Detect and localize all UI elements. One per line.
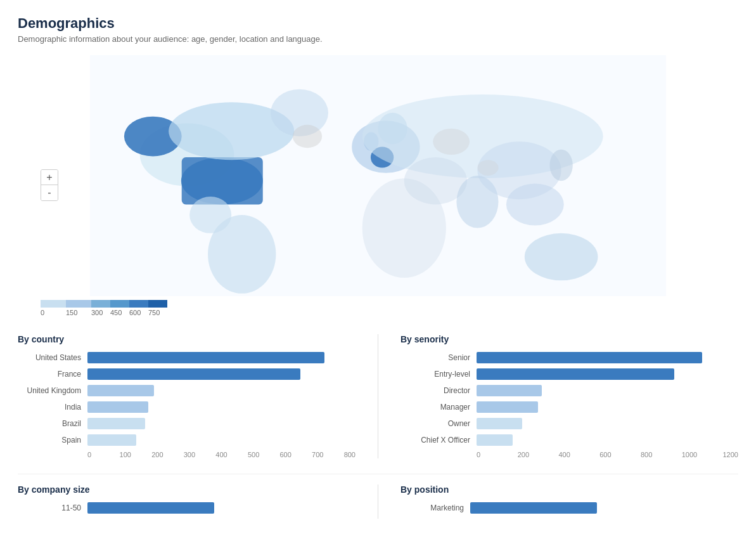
bar-row: India bbox=[18, 401, 356, 413]
axis-label: 1200 bbox=[723, 451, 738, 458]
bar-row: France bbox=[18, 368, 356, 380]
legend-label-300: 300 bbox=[91, 309, 110, 316]
by-company-size-title: By company size bbox=[18, 484, 356, 495]
by-position-panel: By position Marketing bbox=[400, 484, 738, 519]
bar-fill bbox=[477, 418, 522, 429]
bar-fill bbox=[87, 385, 154, 396]
bar-row: Senior bbox=[400, 352, 738, 363]
legend-seg-4 bbox=[110, 300, 129, 308]
axis-label: 400 bbox=[559, 451, 600, 458]
by-country-panel: By country United StatesFranceUnited Kin… bbox=[18, 334, 356, 458]
legend-seg-3 bbox=[91, 300, 110, 308]
by-position-chart: Marketing bbox=[400, 502, 738, 514]
bar-fill bbox=[477, 401, 538, 413]
axis-label: 200 bbox=[151, 451, 184, 458]
bar-track bbox=[477, 401, 738, 413]
bar-label: Entry-level bbox=[400, 370, 477, 379]
bar-fill bbox=[477, 352, 702, 363]
axis-row: 020040060080010001200 bbox=[400, 451, 738, 458]
bar-fill bbox=[87, 502, 214, 514]
bar-row: Manager bbox=[400, 401, 738, 413]
bar-row: Spain bbox=[18, 434, 356, 446]
axis-label: 100 bbox=[120, 451, 152, 458]
chart-divider-1 bbox=[378, 334, 378, 458]
page-subtitle: Demographic information about your audie… bbox=[18, 34, 738, 44]
bar-label: United Kingdom bbox=[18, 386, 87, 395]
axis-label: 0 bbox=[87, 451, 120, 458]
bar-track bbox=[477, 385, 738, 396]
bar-row: Brazil bbox=[18, 418, 356, 429]
legend-label-450: 450 bbox=[110, 309, 129, 316]
svg-point-7 bbox=[208, 215, 276, 294]
bar-row: Chief X Officer bbox=[400, 434, 738, 446]
axis-label: 0 bbox=[477, 451, 518, 458]
zoom-out-button[interactable]: - bbox=[41, 185, 58, 200]
bar-label: Manager bbox=[400, 403, 477, 412]
bar-track bbox=[87, 418, 356, 429]
legend-bar bbox=[41, 300, 167, 308]
bar-track bbox=[477, 418, 738, 429]
axis-label: 700 bbox=[312, 451, 344, 458]
legend-label-750: 750 bbox=[148, 309, 167, 316]
legend-label-600: 600 bbox=[129, 309, 148, 316]
svg-point-21 bbox=[293, 125, 322, 148]
legend-seg-1 bbox=[41, 300, 66, 308]
bar-track bbox=[477, 352, 738, 363]
bar-fill bbox=[87, 368, 300, 380]
bar-fill bbox=[87, 352, 324, 363]
bar-fill bbox=[87, 418, 145, 429]
bar-row: Marketing bbox=[400, 502, 738, 514]
bar-row: 11-50 bbox=[18, 502, 356, 514]
bar-row: United Kingdom bbox=[18, 385, 356, 396]
zoom-in-button[interactable]: + bbox=[41, 170, 58, 185]
world-map bbox=[18, 55, 738, 296]
bar-label: India bbox=[18, 403, 87, 412]
map-legend bbox=[18, 300, 738, 308]
axis-label: 800 bbox=[344, 451, 356, 458]
page-title: Demographics bbox=[18, 15, 738, 32]
bar-fill bbox=[477, 434, 513, 446]
axis-label: 300 bbox=[184, 451, 216, 458]
bar-track bbox=[477, 368, 738, 380]
bar-track bbox=[87, 368, 356, 380]
bar-label: Chief X Officer bbox=[400, 436, 477, 445]
bar-track bbox=[477, 434, 738, 446]
bar-label: 11-50 bbox=[18, 503, 87, 512]
legend-seg-6 bbox=[148, 300, 167, 308]
bar-label: United States bbox=[18, 353, 87, 362]
by-country-chart: United StatesFranceUnited KingdomIndiaBr… bbox=[18, 352, 356, 458]
legend-labels: 0 150 300 450 600 750 bbox=[18, 309, 738, 316]
svg-point-15 bbox=[362, 178, 446, 278]
bar-track bbox=[87, 502, 356, 514]
axis-label: 200 bbox=[518, 451, 559, 458]
bar-label: France bbox=[18, 370, 87, 379]
bar-track bbox=[87, 385, 356, 396]
by-senority-chart: SeniorEntry-levelDirectorManagerOwnerChi… bbox=[400, 352, 738, 458]
bar-row: Director bbox=[400, 385, 738, 396]
bar-track bbox=[470, 502, 738, 514]
bar-row: Entry-level bbox=[400, 368, 738, 380]
bar-label: Brazil bbox=[18, 419, 87, 428]
legend-seg-5 bbox=[129, 300, 148, 308]
axis-label: 1000 bbox=[682, 451, 723, 458]
svg-point-19 bbox=[549, 150, 572, 181]
bar-fill bbox=[477, 385, 542, 396]
bar-label: Senior bbox=[400, 353, 477, 362]
legend-label-150: 150 bbox=[66, 309, 91, 316]
axis-label: 400 bbox=[215, 451, 248, 458]
axis-label: 500 bbox=[248, 451, 280, 458]
bar-row: United States bbox=[18, 352, 356, 363]
bar-label: Owner bbox=[400, 419, 477, 428]
bar-track bbox=[87, 434, 356, 446]
svg-point-20 bbox=[525, 233, 598, 280]
svg-point-4 bbox=[181, 157, 263, 204]
legend-label-0: 0 bbox=[41, 309, 66, 316]
by-senority-panel: By senority SeniorEntry-levelDirectorMan… bbox=[400, 334, 738, 458]
bar-fill bbox=[470, 502, 597, 514]
svg-point-22 bbox=[433, 129, 470, 155]
by-company-size-chart: 11-50 bbox=[18, 502, 356, 514]
bar-label: Director bbox=[400, 386, 477, 395]
bar-fill bbox=[477, 368, 674, 380]
by-position-title: By position bbox=[400, 484, 738, 495]
zoom-controls: + - bbox=[41, 169, 58, 201]
